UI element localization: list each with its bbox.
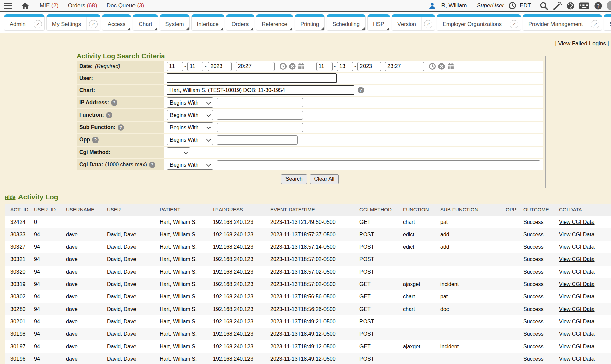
tab-version[interactable]: Version↗: [392, 14, 435, 31]
view-cgi-data-link[interactable]: View CGI Data: [559, 219, 595, 225]
cell-cgi-data: View CGI Data: [557, 228, 611, 241]
tab-provider-management[interactable]: Provider Management↗: [523, 14, 602, 31]
top-menu-item-orders[interactable]: Orders (68): [68, 2, 97, 9]
tab-similar-exposures[interactable]: Similar Exposures: [604, 14, 611, 31]
clear-date-icon[interactable]: [289, 63, 296, 70]
sort-link-cgi-data[interactable]: CGI DATA: [559, 207, 582, 212]
ip-help-icon[interactable]: ?: [111, 99, 117, 106]
cell-user-id: 94: [32, 266, 64, 278]
sort-link-opp[interactable]: OPP: [506, 207, 517, 212]
tab-access[interactable]: Access: [102, 14, 131, 31]
view-cgi-data-link[interactable]: View CGI Data: [559, 232, 595, 237]
opp-help-icon[interactable]: ?: [92, 137, 99, 143]
tab-system[interactable]: System: [160, 14, 190, 31]
external-link-icon[interactable]: ↗: [588, 17, 602, 30]
cgi-data-input[interactable]: [217, 160, 540, 169]
sub-function-operator-select[interactable]: Begins With: [167, 122, 213, 132]
sort-link-user-id[interactable]: USER_ID: [34, 207, 56, 212]
clear-all-button[interactable]: Clear All: [310, 174, 339, 184]
tab-chart[interactable]: Chart: [133, 14, 158, 31]
sort-link-cgi-method[interactable]: CGI METHOD: [359, 207, 392, 212]
tab-my-settings[interactable]: My Settings↗: [46, 14, 100, 31]
date-from-time-input[interactable]: [236, 62, 275, 71]
sub-function-help-icon[interactable]: ?: [118, 124, 124, 131]
hide-link[interactable]: Hide: [5, 194, 16, 200]
date-to-day-input[interactable]: [337, 62, 353, 71]
view-cgi-data-link[interactable]: View CGI Data: [559, 319, 595, 324]
external-link-icon[interactable]: ↗: [86, 17, 100, 30]
sort-link-act-id[interactable]: ACT_ID: [10, 207, 28, 212]
cgi-data-operator-select[interactable]: Begins With: [167, 160, 213, 170]
external-link-icon[interactable]: ↗: [421, 17, 435, 30]
external-link-icon[interactable]: ↗: [31, 17, 44, 30]
function-input[interactable]: [217, 111, 303, 120]
tab-interface[interactable]: Interface: [191, 14, 224, 31]
globe-icon[interactable]: [566, 2, 575, 10]
clock-icon[interactable]: [508, 2, 517, 10]
opp-input[interactable]: [217, 135, 298, 145]
date-to-month-input[interactable]: [316, 62, 333, 71]
sort-link-ip-address[interactable]: IP ADDRESS: [213, 207, 243, 212]
column-header-sub-function: SUB-FUNCTION: [438, 204, 504, 216]
sort-link-patient[interactable]: PATIENT: [160, 207, 180, 212]
chart-help-icon[interactable]: ?: [358, 87, 364, 93]
date-from-day-input[interactable]: [187, 62, 203, 71]
tab-label: Access: [102, 21, 131, 27]
menu-count-badge: (2): [51, 2, 59, 9]
view-cgi-data-link[interactable]: View CGI Data: [559, 256, 595, 262]
tab-admin[interactable]: Admin↗: [4, 14, 45, 31]
view-cgi-data-link[interactable]: View CGI Data: [559, 331, 595, 337]
cgi-data-help-icon[interactable]: ?: [149, 162, 155, 168]
search-icon[interactable]: [539, 1, 548, 10]
sort-link-username[interactable]: USERNAME: [66, 207, 94, 212]
date-from-month-input[interactable]: [167, 62, 183, 71]
view-cgi-data-link[interactable]: View CGI Data: [559, 343, 595, 349]
date-to-year-input[interactable]: [357, 62, 381, 71]
wand-icon[interactable]: [553, 1, 562, 10]
view-cgi-data-link[interactable]: View CGI Data: [559, 281, 595, 287]
function-operator-select[interactable]: Begins With: [167, 110, 213, 120]
external-link-icon[interactable]: ↗: [507, 17, 521, 30]
tab-reference[interactable]: Reference: [256, 14, 293, 31]
function-help-icon[interactable]: ?: [106, 112, 112, 118]
tab-printing[interactable]: Printing: [295, 14, 325, 31]
sort-link-user[interactable]: USER: [107, 207, 121, 212]
view-cgi-data-link[interactable]: View CGI Data: [559, 269, 595, 275]
opp-operator-select[interactable]: Begins With: [167, 135, 213, 145]
avatar[interactable]: [607, 1, 611, 10]
ip-operator-select[interactable]: Begins With: [167, 97, 213, 108]
time-picker-icon[interactable]: [279, 63, 287, 70]
sub-function-label: Sub Function:: [79, 124, 116, 130]
view-cgi-data-link[interactable]: View CGI Data: [559, 244, 595, 250]
top-menu-item-mie[interactable]: MIE (2): [40, 2, 59, 9]
sort-link-event-date-time[interactable]: EVENT DATE/TIME: [270, 207, 315, 212]
sort-link-sub-function[interactable]: SUB-FUNCTION: [440, 207, 478, 212]
calendar-icon[interactable]: [447, 63, 454, 70]
date-to-time-input[interactable]: [385, 62, 424, 71]
view-cgi-data-link[interactable]: View CGI Data: [559, 306, 595, 312]
top-menu-item-doc-queue[interactable]: Doc Queue (3): [107, 2, 144, 9]
hamburger-menu-icon[interactable]: [4, 3, 12, 9]
tab-orders[interactable]: Orders: [226, 14, 254, 31]
user-input[interactable]: [167, 73, 337, 83]
date-from-year-input[interactable]: [208, 62, 232, 71]
calendar-icon[interactable]: [298, 63, 305, 70]
help-icon[interactable]: ?: [594, 2, 602, 10]
view-failed-logins-link[interactable]: View Failed Logins: [558, 40, 606, 47]
search-button[interactable]: Search: [281, 174, 307, 184]
time-picker-icon[interactable]: [429, 63, 436, 70]
sort-link-outcome[interactable]: OUTCOME: [523, 207, 549, 212]
keyboard-icon[interactable]: [579, 2, 589, 9]
home-icon[interactable]: [21, 2, 30, 10]
chart-input[interactable]: [167, 85, 354, 95]
view-cgi-data-link[interactable]: View CGI Data: [559, 356, 595, 362]
tab-hsp[interactable]: HSP: [367, 14, 390, 31]
clear-date-icon[interactable]: [438, 63, 445, 70]
tab-scheduling[interactable]: Scheduling: [327, 14, 366, 31]
cgi-method-select[interactable]: [167, 147, 190, 157]
ip-input[interactable]: [217, 98, 303, 107]
tab-employer-organizations[interactable]: Employer Organizations↗: [437, 14, 521, 31]
sub-function-input[interactable]: [217, 123, 303, 132]
view-cgi-data-link[interactable]: View CGI Data: [559, 294, 595, 299]
sort-link-function[interactable]: FUNCTION: [403, 207, 429, 212]
